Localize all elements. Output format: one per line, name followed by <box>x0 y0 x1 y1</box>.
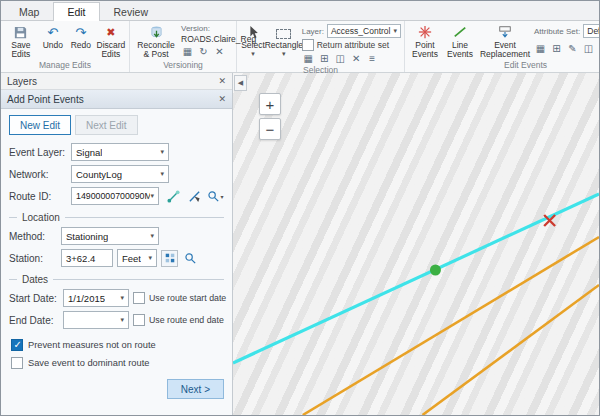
event-point-marker[interactable] <box>430 265 441 276</box>
start-date-label: Start Date: <box>9 293 59 304</box>
attribute-set-value: Default <box>587 26 600 36</box>
route-line[interactable] <box>233 194 599 363</box>
event-layer-value: Signal <box>76 147 102 158</box>
route-id-value: 14900000700090M01 <box>76 191 150 201</box>
select-button[interactable]: Select ▾ <box>240 22 266 58</box>
selection-options: Layer: Access_Control ▾ Return attribute… <box>302 22 401 65</box>
event-tool-edit-icon[interactable]: ✎ <box>566 42 579 55</box>
reconcile-post-button[interactable]: Reconcile & Post <box>133 22 179 60</box>
chevron-down-icon: ▾ <box>160 170 164 178</box>
selection-list-icon[interactable]: ≡ <box>366 52 379 65</box>
next-button[interactable]: Next > <box>167 379 224 399</box>
dates-section-header: Dates <box>9 274 224 285</box>
attribute-set-select[interactable]: Default ▾ <box>583 24 600 38</box>
delete-version-icon[interactable]: ✕ <box>213 45 226 58</box>
refresh-version-icon[interactable]: ↻ <box>197 45 210 58</box>
choose-route-icon[interactable] <box>165 188 182 205</box>
undo-button[interactable]: ↶ Undo <box>40 22 66 50</box>
tab-review[interactable]: Review <box>100 2 162 20</box>
zoom-in-button[interactable]: + <box>259 93 281 115</box>
start-date-input[interactable]: 1/1/2015 ▾ <box>63 289 129 307</box>
zoom-to-station-icon[interactable] <box>182 250 199 267</box>
rectangle-select-icon <box>276 24 292 40</box>
return-attribute-set-checkbox[interactable] <box>302 39 314 51</box>
rectangle-label: Rectangle <box>265 41 303 50</box>
tab-map[interactable]: Map <box>5 2 53 20</box>
use-route-end-date-label: Use route end date <box>149 315 224 325</box>
station-label: Station: <box>9 253 57 264</box>
save-edits-button[interactable]: Save Edits <box>4 22 38 60</box>
method-select[interactable]: Stationing ▾ <box>61 227 159 245</box>
select-by-location-icon[interactable]: ⊞ <box>318 52 331 65</box>
version-label: Version: <box>181 24 233 33</box>
versioning-tool-icon[interactable]: ▦ <box>181 45 194 58</box>
add-point-events-title: Add Point Events <box>7 94 84 105</box>
point-events-button[interactable]: Point Events <box>408 22 442 60</box>
zoom-to-route-icon[interactable]: ▾ <box>207 188 224 205</box>
use-route-start-date-label: Use route start date <box>149 293 226 303</box>
route-id-combo[interactable]: 14900000700090M01 ▾ <box>71 187 159 205</box>
zoom-controls: + − <box>259 93 281 140</box>
event-replacement-button[interactable]: Event Replacement <box>478 22 532 60</box>
event-tool-add-icon[interactable]: ⊞ <box>550 42 563 55</box>
selection-options-icon[interactable]: ◫ <box>334 52 347 65</box>
station-input[interactable]: 3+62.4 <box>61 249 113 267</box>
event-layer-select[interactable]: Signal ▾ <box>71 143 169 161</box>
add-point-events-pane-header[interactable]: Add Point Events ✕ <box>1 90 232 109</box>
use-route-start-date-checkbox[interactable] <box>133 292 145 304</box>
undo-icon: ↶ <box>45 24 61 40</box>
redo-button[interactable]: ↷ Redo <box>68 22 94 50</box>
use-route-end-date-checkbox[interactable] <box>133 314 145 326</box>
layers-pane-header[interactable]: Layers ✕ <box>1 73 232 90</box>
network-label: Network: <box>9 169 67 180</box>
ribbon-tabstrip: Map Edit Review <box>1 1 599 21</box>
prevent-measures-label: Prevent measures not on route <box>28 340 156 350</box>
zoom-out-button[interactable]: − <box>259 118 281 140</box>
tab-edit[interactable]: Edit <box>53 2 99 21</box>
add-point-events-form: New Edit Next Edit Event Layer: Signal ▾… <box>1 109 232 415</box>
layer-select[interactable]: Access_Control ▾ <box>327 24 401 38</box>
method-value: Stationing <box>66 231 108 242</box>
discard-icon: ✖ <box>103 24 119 40</box>
new-edit-button[interactable]: New Edit <box>9 115 71 135</box>
layers-pane-title: Layers <box>7 76 37 87</box>
select-by-attributes-icon[interactable]: ▦ <box>302 52 315 65</box>
line-events-button[interactable]: Line Events <box>444 22 476 60</box>
next-edit-button[interactable]: Next Edit <box>75 115 138 135</box>
group-manage-edits: Save Edits ↶ Undo ↷ Redo ✖ Discard Edits… <box>1 21 130 72</box>
group-selection: Select ▾ Rectangle ▾ Layer: Access_Contr… <box>237 21 405 72</box>
clear-selection-icon[interactable]: ✕ <box>350 52 363 65</box>
close-icon[interactable]: ✕ <box>218 76 226 86</box>
group-edit-events: Point Events Line Events Event Replaceme… <box>405 21 600 72</box>
event-tool-split-icon[interactable]: ◫ <box>582 42 595 55</box>
pick-station-on-map-icon[interactable] <box>161 250 178 267</box>
prevent-measures-checkbox[interactable] <box>11 339 23 351</box>
chevron-down-icon: ▾ <box>251 50 255 58</box>
location-title: Location <box>22 212 60 223</box>
location-section-header: Location <box>9 212 224 223</box>
network-select[interactable]: CountyLog ▾ <box>71 165 169 183</box>
version-value[interactable]: ROADS.Claire_Reg <box>181 34 233 44</box>
chevron-down-icon: ▾ <box>120 316 124 324</box>
select-route-on-map-icon[interactable] <box>186 188 203 205</box>
chevron-down-icon: ▾ <box>220 193 223 200</box>
close-icon[interactable]: ✕ <box>218 94 226 104</box>
station-unit-select[interactable]: Feet ▾ <box>117 249 157 267</box>
event-tool-grid-icon[interactable]: ▦ <box>534 42 547 55</box>
save-dominant-route-checkbox[interactable] <box>11 357 23 369</box>
road-line[interactable] <box>422 285 599 415</box>
select-cursor-icon <box>245 24 261 40</box>
end-date-input[interactable]: ▾ <box>63 311 129 329</box>
collapse-panel-icon[interactable]: ◀ <box>234 75 247 91</box>
map-view[interactable]: ◀ + − <box>233 73 599 415</box>
chevron-down-icon: ▾ <box>150 192 154 200</box>
end-date-label: End Date: <box>9 315 59 326</box>
route-id-label: Route ID: <box>9 191 67 202</box>
discard-edits-button[interactable]: ✖ Discard Edits <box>96 22 126 60</box>
rectangle-select-button[interactable]: Rectangle ▾ <box>268 22 300 58</box>
save-dominant-route-label: Save event to dominant route <box>28 358 149 368</box>
chevron-down-icon: ▾ <box>148 254 152 262</box>
station-value: 3+62.4 <box>66 253 95 264</box>
left-dock-panel: Layers ✕ Add Point Events ✕ New Edit Nex… <box>1 73 233 415</box>
chevron-down-icon: ▾ <box>282 50 286 58</box>
